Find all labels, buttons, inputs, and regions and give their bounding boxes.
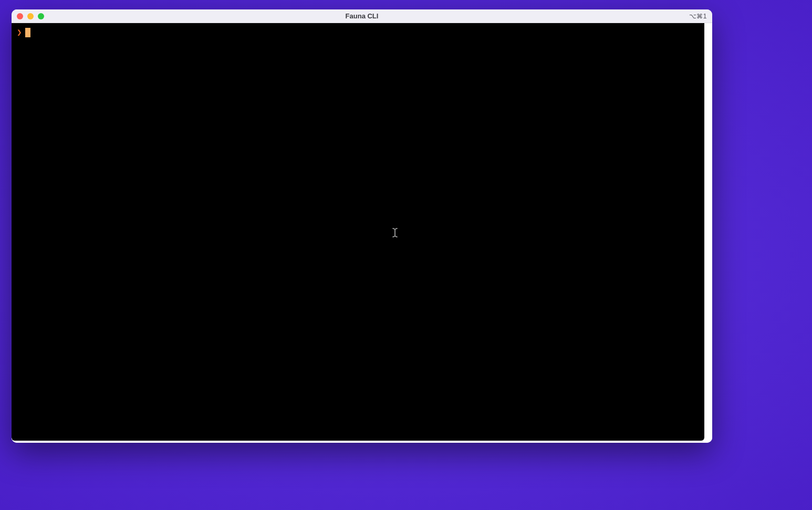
traffic-lights (17, 13, 44, 19)
keyboard-shortcut: ⌥⌘1 (689, 13, 707, 20)
maximize-icon[interactable] (38, 13, 44, 19)
terminal[interactable]: ❯ (12, 23, 704, 441)
terminal-container: ❯ (12, 23, 712, 443)
terminal-window: Fauna CLI ⌥⌘1 ❯ (12, 9, 712, 443)
titlebar: Fauna CLI ⌥⌘1 (12, 9, 712, 23)
prompt-symbol: ❯ (17, 27, 22, 38)
window-title: Fauna CLI (12, 12, 712, 20)
block-cursor-icon (25, 28, 30, 37)
minimize-icon[interactable] (27, 13, 34, 19)
close-icon[interactable] (17, 13, 23, 19)
